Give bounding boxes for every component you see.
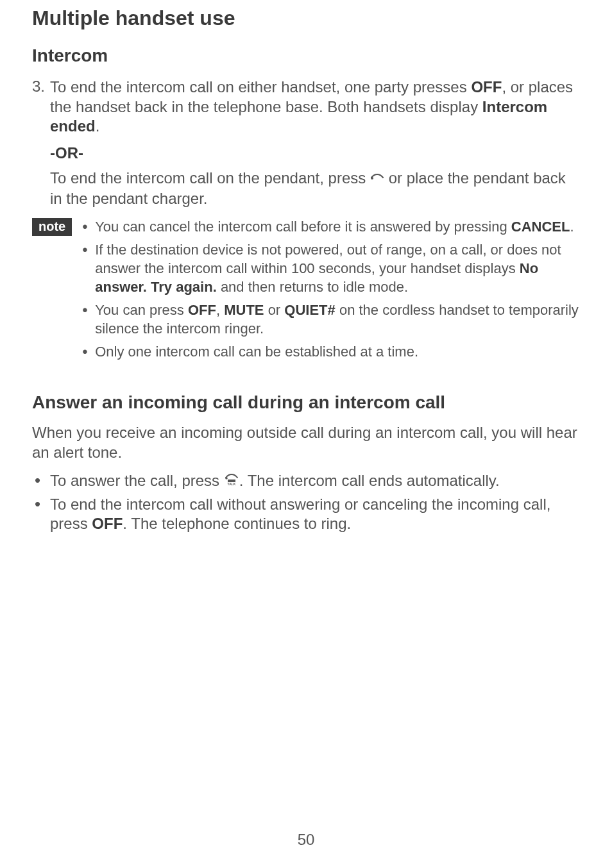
- svg-point-0: [371, 177, 373, 179]
- note-item: If the destination device is not powered…: [81, 241, 580, 296]
- label-off: OFF: [471, 78, 502, 96]
- note-block: note You can cancel the intercom call be…: [32, 218, 580, 367]
- text-part: To end the intercom call on the pendant,…: [50, 169, 370, 187]
- page-number: 50: [0, 831, 612, 849]
- list-item: To answer the call, press TALK. The inte…: [32, 471, 580, 492]
- label-quiet: QUIET#: [284, 302, 335, 318]
- label-cancel: CANCEL: [511, 219, 570, 235]
- text-part: To answer the call, press: [50, 472, 224, 489]
- pendant-paragraph: To end the intercom call on the pendant,…: [50, 169, 580, 209]
- note-badge: note: [32, 218, 72, 236]
- note-item: You can cancel the intercom call before …: [81, 218, 580, 237]
- text-part: ,: [216, 302, 224, 318]
- text-part: You can press: [95, 302, 188, 318]
- step-3: 3. To end the intercom call on either ha…: [32, 78, 580, 137]
- section-answer-title: Answer an incoming call during an interc…: [32, 392, 580, 413]
- label-off: OFF: [92, 515, 123, 532]
- step-number: 3.: [32, 78, 50, 137]
- talk-icon: TALK: [224, 471, 239, 491]
- note-item: Only one intercom call can be establishe…: [81, 343, 580, 362]
- section-intercom-title: Intercom: [32, 46, 580, 66]
- step-text: To end the intercom call on either hands…: [50, 78, 580, 137]
- text-part: .: [570, 219, 574, 235]
- or-label: -OR-: [50, 144, 580, 162]
- note-item: You can press OFF, MUTE or QUIET# on the…: [81, 301, 580, 338]
- text-part: To end the intercom call on either hands…: [50, 78, 471, 96]
- text-part: .: [96, 117, 100, 135]
- note-list: You can cancel the intercom call before …: [81, 218, 580, 367]
- answer-list: To answer the call, press TALK. The inte…: [32, 471, 580, 533]
- text-part: or: [264, 302, 285, 318]
- text-part: You can cancel the intercom call before …: [95, 219, 511, 235]
- svg-point-1: [225, 477, 228, 480]
- label-off: OFF: [188, 302, 216, 318]
- text-part: . The telephone continues to ring.: [123, 515, 351, 532]
- answer-intro-paragraph: When you receive an incoming outside cal…: [32, 423, 580, 462]
- text-part: . The intercom call ends automatically.: [239, 472, 500, 489]
- label-mute: MUTE: [224, 302, 264, 318]
- text-part: and then returns to idle mode.: [217, 279, 408, 295]
- list-item: To end the intercom call without answeri…: [32, 495, 580, 534]
- phone-hangup-icon: [370, 168, 384, 188]
- page-title: Multiple handset use: [32, 6, 580, 30]
- text-part: If the destination device is not powered…: [95, 242, 561, 276]
- svg-text:TALK: TALK: [227, 482, 235, 486]
